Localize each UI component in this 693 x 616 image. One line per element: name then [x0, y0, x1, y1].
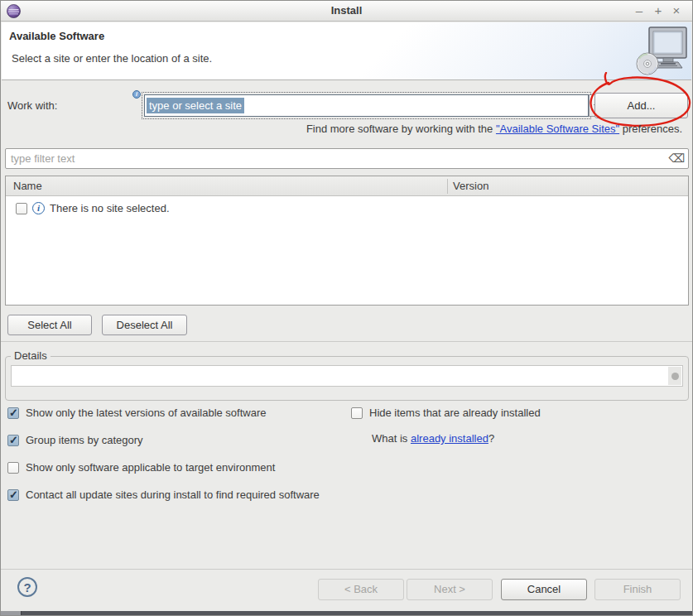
window-bottom-edge [1, 611, 692, 615]
page-title: Available Software [9, 30, 104, 42]
work-with-combo[interactable]: type or select a site [144, 94, 589, 117]
option-contact-update-sites[interactable]: Contact all update sites during install … [7, 488, 320, 501]
clear-filter-icon[interactable]: ⌫ [668, 152, 685, 165]
checkbox-checked[interactable] [7, 407, 19, 419]
hint-suffix: preferences. [619, 123, 682, 135]
filter-placeholder: type filter text [11, 152, 75, 165]
help-button[interactable]: ? [17, 577, 37, 597]
checkbox-checked[interactable] [7, 435, 19, 446]
divider [1, 341, 692, 342]
add-button[interactable]: Add... [594, 93, 688, 118]
content-assist-info-icon: i [132, 90, 141, 99]
scroll-thumb[interactable] [671, 373, 679, 380]
option-group-by-category[interactable]: Group items by category [7, 434, 143, 446]
footer-divider [1, 569, 692, 570]
checkbox-unchecked[interactable] [7, 462, 19, 474]
details-textarea[interactable] [11, 365, 683, 387]
hint-prefix: Find more software by working with the [306, 123, 496, 135]
option-label: Contact all update sites during install … [26, 488, 320, 501]
column-name[interactable]: Name [13, 180, 42, 192]
what-is-installed-text: What is already installed? [372, 432, 494, 445]
install-software-icon [636, 26, 689, 77]
find-more-text: Find more software by working with the "… [306, 123, 682, 135]
table-row[interactable]: i There is no site selected. [16, 202, 170, 214]
work-with-value[interactable]: type or select a site [147, 98, 244, 113]
whatis-prefix: What is [372, 432, 411, 445]
software-table: Name Version i There is no site selected… [5, 176, 689, 306]
maximize-button[interactable]: + [650, 2, 667, 19]
option-latest-versions[interactable]: Show only the latest versions of availab… [7, 407, 267, 419]
cancel-button[interactable]: Cancel [501, 579, 587, 600]
finish-button: Finish [594, 579, 681, 600]
row-checkbox[interactable] [16, 203, 27, 214]
column-version[interactable]: Version [453, 180, 488, 192]
title-bar: Install – + × [1, 1, 692, 22]
option-target-environment[interactable]: Show only software applicable to target … [7, 461, 275, 474]
close-button[interactable]: × [668, 2, 685, 19]
available-software-sites-link[interactable]: "Available Software Sites" [496, 123, 619, 135]
page-subtitle: Select a site or enter the location of a… [12, 52, 212, 65]
deselect-all-button[interactable]: Deselect All [102, 315, 187, 335]
table-header: Name Version [6, 176, 688, 196]
next-button: Next > [407, 579, 493, 600]
option-label: Hide items that are already installed [369, 407, 541, 419]
install-dialog: Install – + × Available Software Select … [0, 0, 693, 616]
back-button: < Back [318, 579, 404, 600]
checkbox-checked[interactable] [7, 489, 19, 501]
wizard-header: Available Software Select a site or ente… [2, 22, 691, 80]
minimize-button[interactable]: – [631, 2, 647, 19]
select-all-button[interactable]: Select All [7, 315, 92, 335]
option-label: Group items by category [26, 434, 143, 446]
whatis-suffix: ? [488, 432, 494, 445]
filter-input[interactable]: type filter text ⌫ [5, 148, 689, 169]
details-label: Details [11, 349, 51, 362]
column-divider[interactable] [447, 179, 448, 194]
option-label: Show only the latest versions of availab… [26, 407, 267, 419]
info-icon: i [32, 202, 45, 214]
resize-grip[interactable] [1, 611, 22, 615]
work-with-label: Work with: [7, 99, 57, 112]
already-installed-link[interactable]: already installed [411, 432, 488, 445]
option-hide-installed[interactable]: Hide items that are already installed [351, 407, 541, 419]
option-label: Show only software applicable to target … [26, 461, 275, 474]
details-scrollbar[interactable] [668, 367, 681, 385]
checkbox-unchecked[interactable] [351, 407, 363, 419]
window-title: Install [1, 4, 692, 17]
row-label: There is no site selected. [50, 202, 170, 214]
